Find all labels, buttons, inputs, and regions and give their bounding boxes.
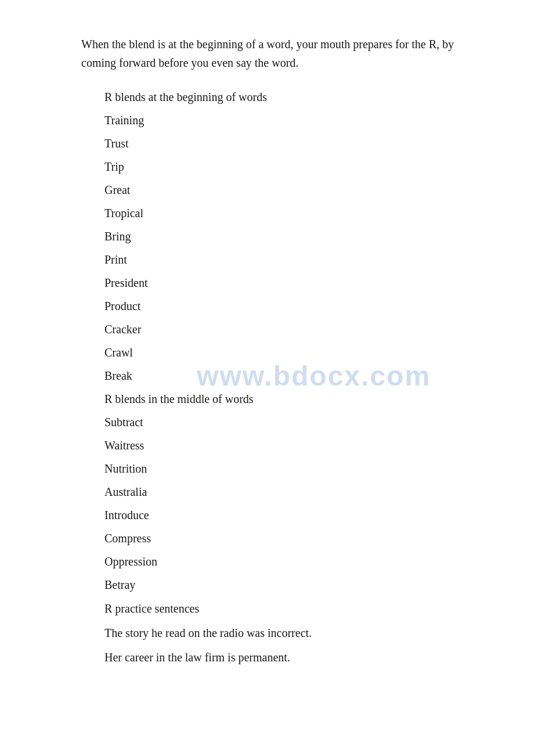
list-item: Her career in the law firm is permanent. <box>104 648 488 667</box>
list-item: Print <box>104 251 488 268</box>
list-item: Waitress <box>104 437 488 454</box>
intro-paragraph: When the blend is at the beginning of a … <box>46 35 488 72</box>
practice-sentences-list: R practice sentences The story he read o… <box>46 599 488 667</box>
content-sections: R blends at the beginning of words Train… <box>46 88 488 667</box>
list-item: Oppression <box>104 553 488 570</box>
list-item: Bring <box>104 228 488 245</box>
list-item: Crawl <box>104 344 488 361</box>
beginning-words-list: R blends at the beginning of words Train… <box>46 88 488 384</box>
list-item: Break <box>104 367 488 384</box>
list-item: Product <box>104 297 488 315</box>
list-item: Cracker <box>104 321 488 338</box>
middle-section-header: R blends in the middle of words <box>104 390 488 408</box>
list-item: Compress <box>104 530 488 547</box>
list-item: Nutrition <box>104 460 488 477</box>
list-item: Great <box>104 181 488 199</box>
list-item: Trip <box>104 158 488 175</box>
list-item: President <box>104 274 488 291</box>
list-item: Tropical <box>104 204 488 222</box>
list-item: The story he read on the radio was incor… <box>104 624 488 642</box>
list-item: Trust <box>104 135 488 152</box>
beginning-section-header: R blends at the beginning of words <box>104 88 488 106</box>
list-item: Training <box>104 111 488 129</box>
list-item: Betray <box>104 576 488 593</box>
middle-words-list: R blends in the middle of words Subtract… <box>46 390 488 593</box>
practice-section-header: R practice sentences <box>104 599 488 618</box>
list-item: Australia <box>104 483 488 501</box>
list-item: Subtract <box>104 413 488 431</box>
list-item: Introduce <box>104 506 488 524</box>
